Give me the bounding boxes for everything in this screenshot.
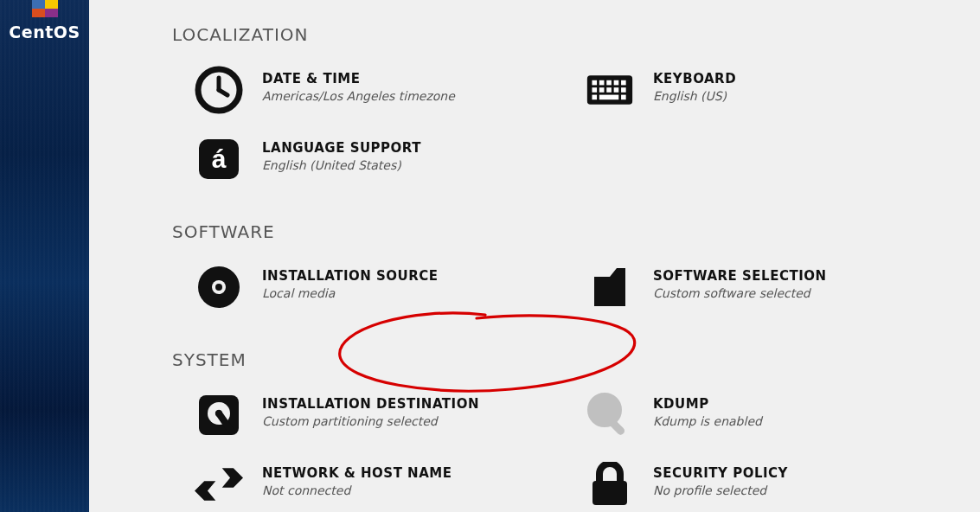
- language-icon: á: [195, 135, 243, 183]
- spoke-title: KDUMP: [653, 396, 762, 412]
- spoke-status: English (United States): [262, 158, 421, 172]
- spoke-title: SECURITY POLICY: [653, 465, 788, 481]
- lock-icon: [586, 460, 634, 509]
- svg-rect-6: [606, 80, 612, 86]
- svg-rect-14: [592, 95, 597, 100]
- svg-rect-12: [614, 87, 619, 93]
- svg-rect-4: [592, 80, 597, 86]
- spoke-status: Americas/Los Angeles timezone: [262, 89, 455, 103]
- spoke-security-policy[interactable]: SECURITY POLICY No profile selected: [563, 455, 954, 512]
- svg-rect-5: [599, 80, 605, 86]
- spoke-installation-source[interactable]: INSTALLATION SOURCE Local media: [172, 258, 563, 327]
- disc-icon: [195, 263, 243, 311]
- svg-rect-9: [592, 87, 597, 93]
- spoke-status: Not connected: [262, 483, 452, 497]
- spoke-installation-destination[interactable]: INSTALLATION DESTINATION Custom partitio…: [172, 386, 563, 455]
- spoke-title: INSTALLATION SOURCE: [262, 268, 439, 284]
- spoke-kdump[interactable]: KDUMP Kdump is enabled: [563, 386, 954, 455]
- spoke-title: LANGUAGE SUPPORT: [262, 140, 421, 156]
- spoke-network[interactable]: NETWORK & HOST NAME Not connected: [172, 455, 563, 512]
- brand-logo: CentOS: [0, 0, 89, 42]
- svg-point-21: [215, 284, 222, 291]
- spoke-status: English (US): [653, 89, 736, 103]
- sidebar: CentOS: [0, 0, 89, 512]
- package-icon: [586, 263, 634, 311]
- svg-rect-27: [592, 481, 627, 505]
- spoke-status: Kdump is enabled: [653, 414, 762, 428]
- spoke-title: INSTALLATION DESTINATION: [262, 396, 479, 412]
- svg-rect-10: [599, 87, 605, 93]
- spoke-date-time[interactable]: DATE & TIME Americas/Los Angeles timezon…: [172, 61, 563, 130]
- spoke-status: Custom partitioning selected: [262, 414, 479, 428]
- svg-rect-7: [614, 80, 619, 86]
- svg-line-2: [219, 90, 227, 95]
- centos-mark-icon: [32, 0, 58, 17]
- keyboard-icon: [586, 66, 634, 114]
- spoke-status: Custom software selected: [653, 286, 827, 300]
- svg-text:á: á: [212, 144, 227, 173]
- network-icon: [195, 460, 243, 509]
- spoke-keyboard[interactable]: KEYBOARD English (US): [563, 61, 954, 130]
- spoke-status: No profile selected: [653, 483, 788, 497]
- svg-rect-15: [599, 95, 618, 100]
- svg-point-24: [215, 410, 222, 417]
- spoke-language-support[interactable]: á LANGUAGE SUPPORT English (United State…: [172, 130, 563, 199]
- section-heading-localization: LOCALIZATION: [172, 24, 954, 45]
- brand-name: CentOS: [9, 22, 80, 42]
- spoke-title: DATE & TIME: [262, 71, 455, 86]
- svg-rect-16: [621, 95, 626, 100]
- harddrive-icon: [195, 391, 243, 439]
- section-heading-system: SYSTEM: [172, 349, 954, 370]
- spoke-title: NETWORK & HOST NAME: [262, 465, 452, 481]
- section-heading-software: SOFTWARE: [172, 221, 954, 242]
- spoke-title: SOFTWARE SELECTION: [653, 268, 827, 284]
- spoke-status: Local media: [262, 286, 439, 300]
- clock-icon: [195, 66, 243, 114]
- svg-rect-8: [621, 80, 626, 86]
- svg-rect-13: [621, 87, 626, 93]
- spoke-title: KEYBOARD: [653, 71, 736, 86]
- kdump-icon: [586, 391, 634, 439]
- installation-summary: LOCALIZATION DATE & TIME Americas/Los An…: [89, 0, 980, 512]
- svg-rect-11: [606, 87, 612, 93]
- spoke-software-selection[interactable]: SOFTWARE SELECTION Custom software selec…: [563, 258, 954, 327]
